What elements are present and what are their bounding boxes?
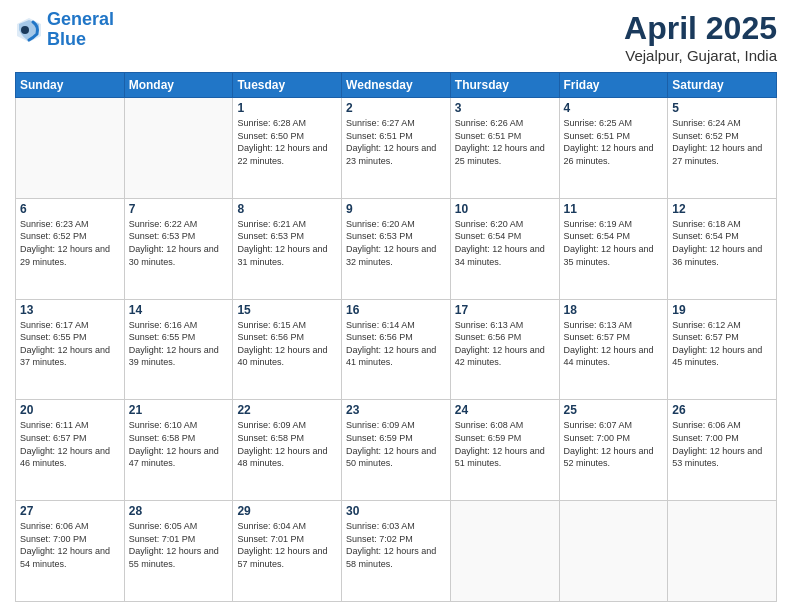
sunrise-text: Sunrise: 6:24 AM: [672, 118, 741, 128]
day-info: Sunrise: 6:08 AM Sunset: 6:59 PM Dayligh…: [455, 419, 555, 469]
daylight-text: Daylight: 12 hours and 29 minutes.: [20, 244, 110, 267]
sunset-text: Sunset: 6:57 PM: [672, 332, 739, 342]
day-info: Sunrise: 6:13 AM Sunset: 6:56 PM Dayligh…: [455, 319, 555, 369]
table-row: [124, 98, 233, 199]
daylight-text: Daylight: 12 hours and 39 minutes.: [129, 345, 219, 368]
daylight-text: Daylight: 12 hours and 46 minutes.: [20, 446, 110, 469]
day-info: Sunrise: 6:18 AM Sunset: 6:54 PM Dayligh…: [672, 218, 772, 268]
daylight-text: Daylight: 12 hours and 26 minutes.: [564, 143, 654, 166]
logo-line1: General: [47, 9, 114, 29]
daylight-text: Daylight: 12 hours and 32 minutes.: [346, 244, 436, 267]
sunset-text: Sunset: 6:59 PM: [346, 433, 413, 443]
sunset-text: Sunset: 6:56 PM: [455, 332, 522, 342]
sunrise-text: Sunrise: 6:09 AM: [237, 420, 306, 430]
table-row: 17 Sunrise: 6:13 AM Sunset: 6:56 PM Dayl…: [450, 299, 559, 400]
logo-text: General Blue: [47, 10, 114, 50]
calendar-week-row: 6 Sunrise: 6:23 AM Sunset: 6:52 PM Dayli…: [16, 198, 777, 299]
sunrise-text: Sunrise: 6:12 AM: [672, 320, 741, 330]
sunset-text: Sunset: 6:51 PM: [346, 131, 413, 141]
sunrise-text: Sunrise: 6:27 AM: [346, 118, 415, 128]
day-number: 5: [672, 101, 772, 115]
day-info: Sunrise: 6:11 AM Sunset: 6:57 PM Dayligh…: [20, 419, 120, 469]
table-row: 5 Sunrise: 6:24 AM Sunset: 6:52 PM Dayli…: [668, 98, 777, 199]
table-row: 11 Sunrise: 6:19 AM Sunset: 6:54 PM Dayl…: [559, 198, 668, 299]
daylight-text: Daylight: 12 hours and 27 minutes.: [672, 143, 762, 166]
sunset-text: Sunset: 6:54 PM: [564, 231, 631, 241]
sunrise-text: Sunrise: 6:14 AM: [346, 320, 415, 330]
day-number: 28: [129, 504, 229, 518]
sunrise-text: Sunrise: 6:13 AM: [455, 320, 524, 330]
sunrise-text: Sunrise: 6:03 AM: [346, 521, 415, 531]
day-info: Sunrise: 6:14 AM Sunset: 6:56 PM Dayligh…: [346, 319, 446, 369]
day-info: Sunrise: 6:27 AM Sunset: 6:51 PM Dayligh…: [346, 117, 446, 167]
sunrise-text: Sunrise: 6:13 AM: [564, 320, 633, 330]
weekday-header-row: Sunday Monday Tuesday Wednesday Thursday…: [16, 73, 777, 98]
day-number: 13: [20, 303, 120, 317]
daylight-text: Daylight: 12 hours and 30 minutes.: [129, 244, 219, 267]
header-monday: Monday: [124, 73, 233, 98]
sunrise-text: Sunrise: 6:22 AM: [129, 219, 198, 229]
daylight-text: Daylight: 12 hours and 25 minutes.: [455, 143, 545, 166]
table-row: 10 Sunrise: 6:20 AM Sunset: 6:54 PM Dayl…: [450, 198, 559, 299]
day-info: Sunrise: 6:12 AM Sunset: 6:57 PM Dayligh…: [672, 319, 772, 369]
sunset-text: Sunset: 6:51 PM: [455, 131, 522, 141]
sunrise-text: Sunrise: 6:11 AM: [20, 420, 89, 430]
day-info: Sunrise: 6:04 AM Sunset: 7:01 PM Dayligh…: [237, 520, 337, 570]
daylight-text: Daylight: 12 hours and 50 minutes.: [346, 446, 436, 469]
day-info: Sunrise: 6:06 AM Sunset: 7:00 PM Dayligh…: [672, 419, 772, 469]
day-number: 29: [237, 504, 337, 518]
subtitle: Vejalpur, Gujarat, India: [624, 47, 777, 64]
table-row: 7 Sunrise: 6:22 AM Sunset: 6:53 PM Dayli…: [124, 198, 233, 299]
header-wednesday: Wednesday: [342, 73, 451, 98]
table-row: 8 Sunrise: 6:21 AM Sunset: 6:53 PM Dayli…: [233, 198, 342, 299]
day-number: 6: [20, 202, 120, 216]
table-row: [668, 501, 777, 602]
logo-line2: Blue: [47, 29, 86, 49]
sunrise-text: Sunrise: 6:15 AM: [237, 320, 306, 330]
sunrise-text: Sunrise: 6:26 AM: [455, 118, 524, 128]
day-info: Sunrise: 6:17 AM Sunset: 6:55 PM Dayligh…: [20, 319, 120, 369]
header-saturday: Saturday: [668, 73, 777, 98]
table-row: 25 Sunrise: 6:07 AM Sunset: 7:00 PM Dayl…: [559, 400, 668, 501]
sunset-text: Sunset: 6:57 PM: [564, 332, 631, 342]
day-number: 17: [455, 303, 555, 317]
day-info: Sunrise: 6:21 AM Sunset: 6:53 PM Dayligh…: [237, 218, 337, 268]
table-row: 14 Sunrise: 6:16 AM Sunset: 6:55 PM Dayl…: [124, 299, 233, 400]
day-info: Sunrise: 6:13 AM Sunset: 6:57 PM Dayligh…: [564, 319, 664, 369]
daylight-text: Daylight: 12 hours and 51 minutes.: [455, 446, 545, 469]
sunrise-text: Sunrise: 6:07 AM: [564, 420, 633, 430]
day-info: Sunrise: 6:26 AM Sunset: 6:51 PM Dayligh…: [455, 117, 555, 167]
day-number: 23: [346, 403, 446, 417]
sunset-text: Sunset: 6:53 PM: [346, 231, 413, 241]
day-number: 2: [346, 101, 446, 115]
table-row: 13 Sunrise: 6:17 AM Sunset: 6:55 PM Dayl…: [16, 299, 125, 400]
sunrise-text: Sunrise: 6:10 AM: [129, 420, 198, 430]
sunset-text: Sunset: 6:58 PM: [237, 433, 304, 443]
page: General Blue April 2025 Vejalpur, Gujara…: [0, 0, 792, 612]
calendar-week-row: 13 Sunrise: 6:17 AM Sunset: 6:55 PM Dayl…: [16, 299, 777, 400]
table-row: 22 Sunrise: 6:09 AM Sunset: 6:58 PM Dayl…: [233, 400, 342, 501]
day-number: 18: [564, 303, 664, 317]
sunrise-text: Sunrise: 6:19 AM: [564, 219, 633, 229]
daylight-text: Daylight: 12 hours and 55 minutes.: [129, 546, 219, 569]
sunset-text: Sunset: 6:56 PM: [237, 332, 304, 342]
day-info: Sunrise: 6:20 AM Sunset: 6:53 PM Dayligh…: [346, 218, 446, 268]
calendar: Sunday Monday Tuesday Wednesday Thursday…: [15, 72, 777, 602]
day-number: 24: [455, 403, 555, 417]
daylight-text: Daylight: 12 hours and 36 minutes.: [672, 244, 762, 267]
sunrise-text: Sunrise: 6:25 AM: [564, 118, 633, 128]
daylight-text: Daylight: 12 hours and 58 minutes.: [346, 546, 436, 569]
sunset-text: Sunset: 7:01 PM: [237, 534, 304, 544]
table-row: 18 Sunrise: 6:13 AM Sunset: 6:57 PM Dayl…: [559, 299, 668, 400]
day-number: 25: [564, 403, 664, 417]
daylight-text: Daylight: 12 hours and 40 minutes.: [237, 345, 327, 368]
daylight-text: Daylight: 12 hours and 44 minutes.: [564, 345, 654, 368]
day-number: 10: [455, 202, 555, 216]
sunrise-text: Sunrise: 6:23 AM: [20, 219, 89, 229]
sunrise-text: Sunrise: 6:04 AM: [237, 521, 306, 531]
sunrise-text: Sunrise: 6:20 AM: [346, 219, 415, 229]
day-number: 14: [129, 303, 229, 317]
day-number: 15: [237, 303, 337, 317]
day-number: 8: [237, 202, 337, 216]
sunset-text: Sunset: 7:00 PM: [564, 433, 631, 443]
